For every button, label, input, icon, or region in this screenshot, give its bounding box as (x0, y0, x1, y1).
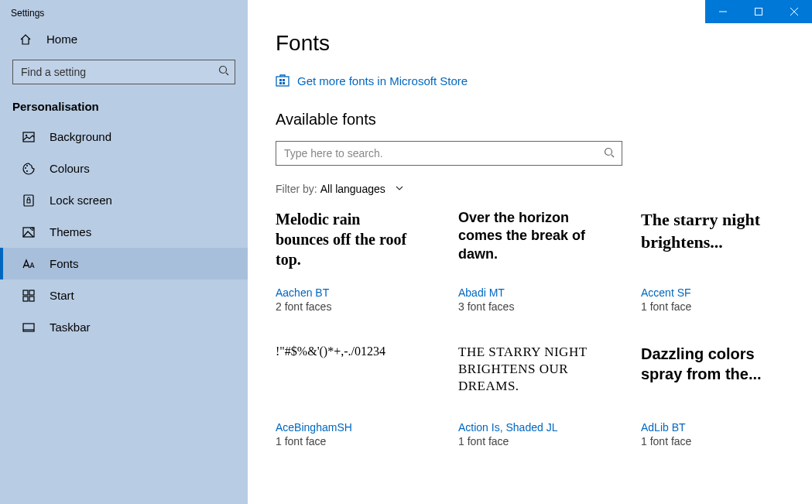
nav-item-label: Colours (50, 162, 90, 175)
page-title: Fonts (276, 31, 784, 56)
font-card[interactable]: Dazzling colors spray from the...AdLib B… (641, 344, 777, 447)
filter-dropdown[interactable]: Filter by: All languages (276, 183, 784, 195)
sidebar: Settings Home Personalisation Background… (0, 0, 248, 504)
font-name: Aachen BT (276, 286, 412, 299)
filter-value: All languages (320, 183, 385, 195)
svg-point-4 (25, 167, 26, 169)
svg-rect-7 (24, 195, 33, 206)
font-name: Abadi MT (458, 286, 594, 299)
font-sample: !"#$%&'()*+,-./01234 (276, 344, 412, 415)
fonts-icon (22, 258, 36, 270)
font-card[interactable]: THE STARRY NIGHT BRIGHTENS OUR DREAMS.Ac… (458, 344, 594, 447)
home-link[interactable]: Home (0, 25, 248, 55)
font-search-input[interactable] (276, 141, 622, 166)
nav-item-colours[interactable]: Colours (0, 153, 248, 184)
nav-item-lockscreen[interactable]: Lock screen (0, 184, 248, 216)
background-icon (22, 131, 36, 143)
svg-rect-12 (23, 297, 28, 301)
font-grid: Melodic rain bounces off the roof top.Aa… (276, 209, 784, 447)
nav-item-taskbar[interactable]: Taskbar (0, 311, 248, 343)
themes-icon (22, 226, 36, 238)
svg-rect-24 (283, 82, 285, 84)
font-sample: Over the horizon comes the break of dawn… (458, 209, 594, 280)
nav-item-background[interactable]: Background (0, 121, 248, 153)
chevron-down-icon (395, 183, 404, 195)
app-title: Settings (0, 0, 248, 25)
svg-point-3 (26, 134, 27, 135)
svg-point-6 (26, 170, 28, 172)
colours-icon (22, 163, 36, 175)
font-faces: 1 font face (641, 435, 777, 447)
svg-point-5 (26, 165, 28, 166)
maximize-button[interactable] (741, 0, 776, 23)
font-name: Accent SF (641, 286, 777, 299)
font-faces: 1 font face (641, 300, 777, 313)
svg-rect-11 (29, 290, 34, 295)
start-icon (22, 290, 36, 302)
font-card[interactable]: !"#$%&'()*+,-./01234AceBinghamSH1 font f… (276, 344, 412, 447)
svg-rect-21 (279, 79, 282, 81)
svg-rect-17 (755, 9, 762, 15)
store-link[interactable]: Get more fonts in Microsoft Store (276, 73, 784, 89)
font-faces: 3 font faces (458, 300, 594, 313)
filter-label: Filter by: (276, 183, 317, 195)
svg-rect-23 (279, 82, 282, 84)
font-name: AceBinghamSH (276, 421, 412, 434)
nav-item-start[interactable]: Start (0, 279, 248, 311)
nav-item-label: Fonts (50, 257, 79, 270)
store-icon (276, 73, 290, 89)
svg-rect-10 (23, 290, 28, 295)
lockscreen-icon (22, 194, 36, 207)
store-link-label: Get more fonts in Microsoft Store (297, 74, 468, 87)
svg-rect-8 (27, 200, 30, 203)
font-sample: Melodic rain bounces off the roof top. (276, 209, 412, 280)
font-faces: 1 font face (276, 435, 412, 447)
minimize-button[interactable] (705, 0, 741, 23)
font-search[interactable] (276, 141, 622, 166)
home-icon (19, 33, 33, 46)
font-faces: 2 font faces (276, 300, 412, 313)
nav-item-label: Themes (50, 225, 91, 238)
font-faces: 1 font face (458, 435, 594, 447)
nav-list: BackgroundColoursLock screenThemesFontsS… (0, 121, 248, 343)
close-button[interactable] (776, 0, 812, 23)
font-card[interactable]: Melodic rain bounces off the roof top.Aa… (276, 209, 412, 313)
font-sample: The starry night brightens... (641, 209, 777, 280)
nav-item-themes[interactable]: Themes (0, 216, 248, 248)
nav-item-label: Lock screen (50, 194, 112, 207)
font-card[interactable]: The starry night brightens...Accent SF1 … (641, 209, 777, 313)
font-sample: THE STARRY NIGHT BRIGHTENS OUR DREAMS. (458, 344, 594, 415)
nav-item-label: Background (50, 130, 111, 143)
font-name: Action Is, Shaded JL (458, 421, 594, 434)
font-name: AdLib BT (641, 421, 777, 434)
font-sample: Dazzling colors spray from the... (641, 344, 777, 415)
titlebar (248, 0, 812, 23)
available-fonts-header: Available fonts (276, 111, 784, 129)
nav-item-fonts[interactable]: Fonts (0, 248, 248, 279)
find-setting-search[interactable] (12, 60, 235, 84)
find-setting-input[interactable] (12, 60, 235, 84)
svg-rect-22 (283, 79, 285, 81)
section-header: Personalisation (0, 95, 248, 121)
nav-item-label: Taskbar (50, 321, 91, 334)
font-card[interactable]: Over the horizon comes the break of dawn… (458, 209, 594, 313)
main-panel: Fonts Get more fonts in Microsoft Store … (248, 0, 812, 504)
svg-rect-2 (23, 132, 34, 142)
taskbar-icon (22, 321, 36, 334)
home-label: Home (46, 33, 77, 46)
nav-item-label: Start (50, 289, 74, 302)
svg-rect-13 (29, 297, 34, 301)
content: Fonts Get more fonts in Microsoft Store … (248, 23, 812, 455)
